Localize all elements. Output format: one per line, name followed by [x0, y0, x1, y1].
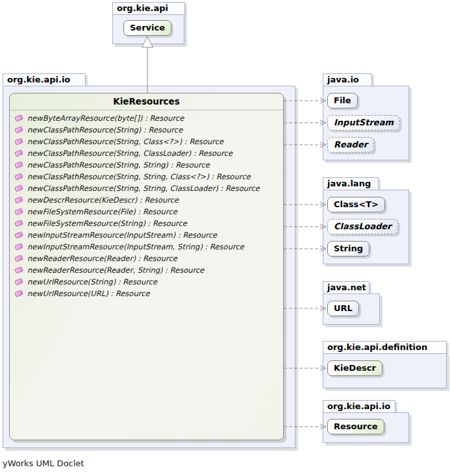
method-item[interactable]: newByteArrayResource(byte[]) : Resource — [10, 112, 283, 124]
class-node-reader[interactable]: Reader — [327, 137, 374, 153]
class-node-url[interactable]: URL — [327, 301, 359, 316]
package-tab-org-kie-api-definition[interactable]: org.kie.api.definition — [323, 341, 447, 354]
method-list: newByteArrayResource(byte[]) : Resourcen… — [10, 110, 283, 299]
class-node-kiedescr[interactable]: KieDescr — [327, 360, 382, 376]
method-icon — [14, 208, 23, 216]
method-signature: newDescrResource(KieDescr) : Resource — [27, 195, 179, 205]
package-tab-org-kie-api[interactable]: org.kie.api — [112, 2, 185, 15]
doclet-credit-label: yWorks UML Doclet — [3, 458, 84, 468]
method-item[interactable]: newInputStreamResource(InputStream) : Re… — [10, 229, 283, 241]
method-icon — [14, 243, 23, 251]
class-node-classloader[interactable]: ClassLoader — [327, 219, 398, 234]
method-item[interactable]: newFileSystemResource(File) : Resource — [10, 206, 283, 218]
method-signature: newFileSystemResource(String) : Resource — [27, 219, 187, 228]
method-item[interactable]: newClassPathResource(String) : Resource — [10, 124, 283, 136]
method-icon — [14, 255, 23, 262]
method-item[interactable]: newReaderResource(Reader, String) : Reso… — [10, 264, 283, 276]
method-icon — [14, 290, 23, 297]
method-icon — [14, 231, 23, 239]
method-signature: newByteArrayResource(byte[]) : Resource — [27, 114, 184, 123]
class-node-string[interactable]: String — [327, 241, 369, 257]
method-signature: newUrlResource(String) : Resource — [27, 277, 157, 286]
package-tab-org-kie-api-io[interactable]: org.kie.api.io — [3, 73, 86, 86]
method-item[interactable]: newClassPathResource(String, String) : R… — [10, 159, 283, 171]
method-item[interactable]: newDescrResource(KieDescr) : Resource — [10, 194, 283, 206]
method-signature: newClassPathResource(String, ClassLoader… — [27, 149, 232, 158]
method-icon — [14, 138, 23, 145]
method-item[interactable]: newUrlResource(String) : Resource — [10, 276, 283, 288]
method-signature: newReaderResource(Reader, String) : Reso… — [27, 266, 204, 275]
method-item[interactable]: newClassPathResource(String, String, Cla… — [10, 182, 283, 194]
method-item[interactable]: newInputStreamResource(InputStream, Stri… — [10, 241, 283, 253]
method-signature: newInputStreamResource(InputStream, Stri… — [27, 242, 244, 251]
class-node-inputstream[interactable]: InputStream — [327, 115, 400, 131]
class-node-file[interactable]: File — [327, 93, 358, 108]
method-icon — [14, 161, 23, 169]
class-node-service[interactable]: Service — [123, 20, 171, 36]
method-item[interactable]: newUrlResource(URL) : Resource — [10, 288, 283, 299]
method-signature: newClassPathResource(String, String) : R… — [27, 160, 210, 169]
class-title-kieresources: KieResources — [10, 94, 283, 110]
method-icon — [14, 149, 23, 157]
method-item[interactable]: newClassPathResource(String, ClassLoader… — [10, 147, 283, 159]
package-tab-java-lang[interactable]: java.lang — [323, 177, 379, 190]
package-tab-org-kie-api-io-2[interactable]: org.kie.api.io — [323, 400, 395, 413]
package-tab-java-io[interactable]: java.io — [323, 73, 372, 86]
class-node-kieresources[interactable]: KieResources newByteArrayResource(byte[]… — [9, 93, 284, 440]
method-signature: newUrlResource(URL) : Resource — [27, 289, 150, 298]
method-item[interactable]: newClassPathResource(String, Class<?>) :… — [10, 136, 283, 147]
method-signature: newClassPathResource(String, String, Cla… — [27, 172, 251, 181]
method-signature: newFileSystemResource(File) : Resource — [27, 207, 177, 216]
method-signature: newReaderResource(Reader) : Resource — [27, 254, 177, 263]
method-signature: newClassPathResource(String, Class<?>) :… — [27, 137, 223, 146]
method-item[interactable]: newFileSystemResource(String) : Resource — [10, 218, 283, 229]
method-icon — [14, 184, 23, 192]
method-icon — [14, 114, 23, 122]
method-item[interactable]: newClassPathResource(String, String, Cla… — [10, 171, 283, 182]
method-signature: newClassPathResource(String, String, Cla… — [27, 184, 260, 193]
method-signature: newClassPathResource(String) : Resource — [27, 125, 182, 134]
method-signature: newInputStreamResource(InputStream) : Re… — [27, 231, 217, 240]
method-item[interactable]: newReaderResource(Reader) : Resource — [10, 253, 283, 264]
package-tab-java-net[interactable]: java.net — [323, 281, 369, 294]
method-icon — [14, 219, 23, 227]
class-node-resource[interactable]: Resource — [327, 419, 384, 434]
method-icon — [14, 278, 23, 286]
method-icon — [14, 266, 23, 274]
class-node-class-t[interactable]: Class<T> — [327, 197, 385, 212]
uml-class-diagram: org.kie.api Service org.kie.api.io KieRe… — [0, 0, 450, 476]
method-icon — [14, 196, 23, 204]
method-icon — [14, 173, 23, 181]
method-icon — [14, 126, 23, 134]
